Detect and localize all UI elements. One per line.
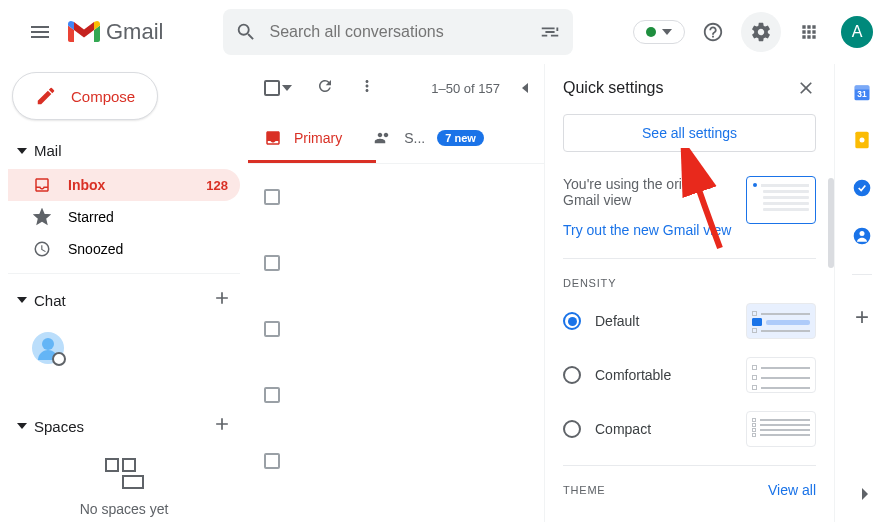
quick-settings-panel: Quick settings See all settings You're u…: [545, 64, 835, 522]
gmail-text: Gmail: [106, 19, 163, 45]
active-status-dot: [646, 27, 656, 37]
support-button[interactable]: [693, 12, 733, 52]
add-chat-button[interactable]: [212, 288, 232, 312]
sidebar-item-snoozed[interactable]: Snoozed: [8, 233, 240, 265]
email-checkbox[interactable]: [264, 453, 280, 469]
tab-social[interactable]: S... 7 new: [358, 112, 500, 163]
gear-icon: [750, 21, 772, 43]
email-row[interactable]: [248, 362, 544, 428]
chevron-down-icon: [662, 29, 672, 35]
density-option-compact[interactable]: Compact: [563, 411, 816, 447]
radio-checked[interactable]: [563, 312, 581, 330]
compose-label: Compose: [71, 88, 135, 105]
see-all-settings-button[interactable]: See all settings: [563, 114, 816, 152]
tasks-icon[interactable]: [852, 178, 872, 198]
svg-text:31: 31: [857, 89, 867, 99]
more-vert-icon: [358, 77, 376, 95]
clock-icon: [32, 240, 52, 258]
email-row[interactable]: [248, 428, 544, 494]
email-checkbox[interactable]: [264, 321, 280, 337]
svg-point-6: [854, 180, 871, 197]
pagination: 1–50 of 157: [431, 81, 528, 96]
density-option-comfortable[interactable]: Comfortable: [563, 357, 816, 393]
contacts-icon[interactable]: [852, 226, 872, 246]
refresh-icon: [316, 77, 334, 95]
help-icon: [702, 21, 724, 43]
apps-button[interactable]: [789, 12, 829, 52]
more-button[interactable]: [358, 77, 376, 99]
apps-grid-icon: [799, 22, 819, 42]
caret-down-icon: [16, 145, 28, 157]
chat-section-header[interactable]: Chat: [8, 273, 240, 322]
theme-label: THEME: [563, 484, 606, 496]
search-bar[interactable]: [223, 9, 573, 55]
sidebar-item-inbox[interactable]: Inbox 128: [8, 169, 240, 201]
spaces-label: Spaces: [34, 418, 212, 435]
theme-section: THEME View all: [563, 465, 816, 498]
settings-button[interactable]: [741, 12, 781, 52]
gmail-logo[interactable]: Gmail: [68, 19, 163, 45]
email-row[interactable]: [248, 164, 544, 230]
density-preview-comfortable: [746, 357, 816, 393]
add-addon-button[interactable]: +: [855, 303, 869, 331]
density-preview-compact: [746, 411, 816, 447]
caret-down-icon: [16, 294, 28, 306]
search-icon: [235, 21, 257, 43]
expand-panel-button[interactable]: [856, 486, 872, 502]
panel-title: Quick settings: [563, 79, 663, 97]
select-all-checkbox[interactable]: [264, 80, 292, 96]
caret-down-icon: [16, 420, 28, 432]
density-preview-default: [746, 303, 816, 339]
side-panel: 31 +: [835, 64, 889, 522]
search-options-icon[interactable]: [539, 21, 561, 43]
keep-icon[interactable]: [852, 130, 872, 150]
account-avatar[interactable]: A: [841, 16, 873, 48]
view-notice: You're using the original Gmail view Try…: [563, 176, 816, 259]
category-tabs: Primary S... 7 new: [248, 112, 544, 164]
sidebar-item-starred[interactable]: Starred: [8, 201, 240, 233]
chat-contact-avatar[interactable]: [32, 332, 64, 364]
density-section-label: DENSITY: [563, 277, 816, 289]
star-icon: [32, 208, 52, 226]
people-icon: [374, 129, 392, 147]
density-option-default[interactable]: Default: [563, 303, 816, 339]
email-checkbox[interactable]: [264, 255, 280, 271]
inbox-icon: [264, 129, 282, 147]
search-input[interactable]: [269, 23, 539, 41]
inbox-icon: [32, 176, 52, 194]
pencil-icon: [35, 85, 57, 107]
spaces-empty-state: No spaces yet: [8, 448, 240, 522]
email-row[interactable]: [248, 230, 544, 296]
svg-point-5: [860, 138, 865, 143]
email-checkbox[interactable]: [264, 387, 280, 403]
no-spaces-text: No spaces yet: [8, 501, 240, 517]
hamburger-icon: [28, 20, 52, 44]
email-checkbox[interactable]: [264, 189, 280, 205]
calendar-icon[interactable]: 31: [852, 82, 872, 102]
mail-section-header[interactable]: Mail: [8, 132, 240, 169]
new-badge: 7 new: [437, 130, 484, 146]
refresh-button[interactable]: [316, 77, 334, 99]
view-all-themes-link[interactable]: View all: [768, 482, 816, 498]
try-new-view-link[interactable]: Try out the new Gmail view: [563, 222, 734, 238]
radio-unchecked[interactable]: [563, 366, 581, 384]
radio-unchecked[interactable]: [563, 420, 581, 438]
header-right: A: [633, 12, 873, 52]
prev-page-button[interactable]: [518, 81, 528, 95]
spaces-section-header[interactable]: Spaces: [8, 404, 240, 448]
content-area: 1–50 of 157 Primary S... 7 new: [248, 64, 545, 522]
tab-primary[interactable]: Primary: [248, 112, 358, 163]
spaces-icon: [8, 458, 240, 489]
chat-label: Chat: [34, 292, 212, 309]
add-space-button[interactable]: [212, 414, 232, 438]
svg-point-0: [42, 338, 54, 350]
view-preview: [746, 176, 816, 224]
main-menu-button[interactable]: [16, 8, 64, 56]
close-button[interactable]: [796, 78, 816, 98]
mail-label: Mail: [34, 142, 232, 159]
status-chip[interactable]: [633, 20, 685, 44]
compose-button[interactable]: Compose: [12, 72, 158, 120]
divider: [852, 274, 872, 275]
email-row[interactable]: [248, 296, 544, 362]
scrollbar[interactable]: [828, 178, 834, 268]
